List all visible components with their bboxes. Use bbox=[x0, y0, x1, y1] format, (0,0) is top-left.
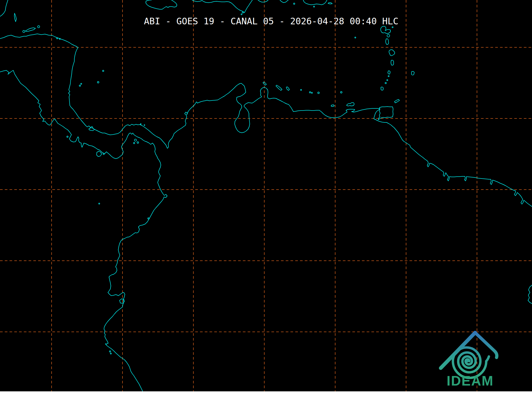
island-guanaja bbox=[38, 26, 40, 28]
island-providencia bbox=[103, 70, 104, 72]
island-corn-island-1 bbox=[79, 85, 81, 86]
coastline-tobago bbox=[394, 99, 399, 103]
island-bequia bbox=[388, 76, 389, 77]
coastline-jamaica bbox=[146, 0, 177, 9]
coastline-amazon-marajo-fragment bbox=[528, 285, 532, 304]
ideam-logo: IDEAM bbox=[434, 327, 505, 391]
coastline-aruba bbox=[263, 82, 266, 85]
island-caja-de-muertos bbox=[313, 6, 315, 7]
island-malpelo bbox=[99, 203, 100, 204]
island-lobos-de-tierra bbox=[110, 351, 111, 352]
island-la-orchila bbox=[318, 92, 319, 94]
coastline-belize-coast bbox=[0, 0, 8, 16]
colorbar-footer: Reflectancia 0.00.20.40.60.81.0 bbox=[0, 391, 532, 417]
island-los-roques-2 bbox=[311, 92, 312, 93]
coastline-margarita bbox=[347, 103, 354, 106]
coastline-coiba bbox=[97, 151, 102, 157]
island-isla-beata bbox=[242, 12, 244, 13]
coastline-la-tortuga bbox=[331, 105, 334, 107]
coastline-grenada bbox=[381, 87, 383, 90]
island-marie-galante bbox=[387, 34, 390, 37]
coastline-hispaniola-south-coast bbox=[192, 0, 252, 13]
coastline-vieques bbox=[328, 3, 332, 4]
island-corn-island-2 bbox=[81, 83, 82, 84]
island-alto-velo bbox=[241, 14, 242, 15]
coastline-st-lucia bbox=[391, 60, 394, 65]
coastline-curacao bbox=[276, 85, 282, 90]
coastline-bocas-del-toro-islands bbox=[89, 128, 94, 131]
mountain-swirl-icon bbox=[441, 333, 497, 378]
coastline-martinique bbox=[389, 50, 395, 56]
island-pearl-island-1 bbox=[134, 139, 137, 141]
map-title: ABI - GOES 19 - CANAL 05 - 2026-04-28 00… bbox=[144, 16, 398, 26]
coastline-caribbean-coast-honduras-to-guianas bbox=[0, 34, 532, 207]
island-la-desirade bbox=[392, 27, 393, 28]
coastline-turneffe-cays bbox=[14, 13, 16, 22]
island-san-blas-cay-2 bbox=[144, 125, 145, 126]
island-carriacou bbox=[385, 83, 387, 84]
island-vivorillo-cay-1 bbox=[57, 38, 58, 39]
island-cebaco bbox=[103, 153, 104, 155]
coastline-st-vincent bbox=[388, 71, 390, 74]
ideam-logo-text: IDEAM bbox=[447, 373, 494, 388]
island-los-roques-1 bbox=[310, 92, 311, 93]
coastline-barbados bbox=[411, 71, 414, 75]
coastline-puerto-rico-south-coast bbox=[303, 0, 327, 5]
island-lobos-de-afuera bbox=[110, 353, 111, 354]
island-gorgona bbox=[148, 218, 149, 219]
coastline-roatan bbox=[25, 28, 35, 31]
island-pearl-island-3 bbox=[134, 143, 135, 144]
island-las-aves bbox=[301, 89, 302, 90]
island-la-blanquilla bbox=[340, 91, 342, 93]
island-utila bbox=[23, 30, 25, 33]
coastline-dominica bbox=[386, 39, 389, 45]
coastline-bonaire bbox=[286, 87, 289, 90]
island-san-andres bbox=[97, 81, 99, 83]
island-pearl-island-2 bbox=[137, 142, 139, 143]
island-mona bbox=[294, 3, 295, 4]
screenshot-root: ABI - GOES 19 - CANAL 05 - 2026-04-28 00… bbox=[0, 0, 532, 417]
island-san-blas-cay-1 bbox=[140, 124, 141, 125]
coastline-trinidad bbox=[378, 107, 393, 120]
coastline-guadeloupe bbox=[381, 26, 390, 33]
island-isla-del-cano bbox=[67, 136, 68, 138]
island-isla-de-aves bbox=[355, 37, 356, 38]
island-canouan bbox=[387, 80, 388, 81]
coastline-saona-east-dr bbox=[280, 0, 288, 3]
coastline-dominican-republic-southeast bbox=[258, 0, 268, 2]
